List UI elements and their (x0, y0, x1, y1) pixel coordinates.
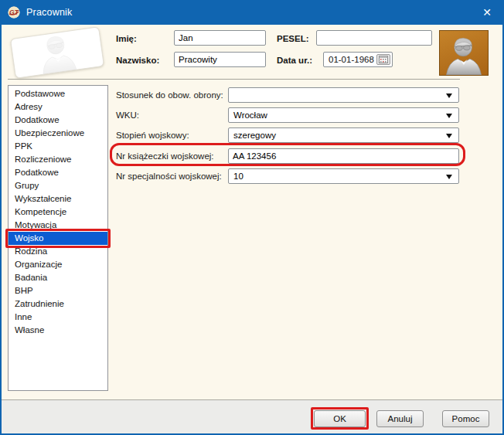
close-icon[interactable]: ✕ (476, 4, 498, 21)
military-book-input[interactable] (228, 148, 459, 164)
defense-status-dropdown[interactable] (228, 87, 459, 103)
employee-dialog: GT Pracownik ✕ Imię: Nazwisko: PESEL: Da… (0, 0, 504, 435)
birth-date-label: Data ur.: (277, 56, 312, 65)
military-rank-dropdown[interactable]: szeregowy (228, 127, 459, 143)
chevron-down-icon (446, 114, 452, 118)
help-button[interactable]: Pomoc (442, 410, 489, 427)
sidebar-item-własne[interactable]: Własne (9, 324, 107, 337)
window-title: Pracownik (26, 7, 72, 18)
titlebar[interactable]: GT Pracownik ✕ (0, 0, 504, 25)
sidebar-item-podatkowe[interactable]: Podatkowe (9, 166, 107, 179)
calendar-icon[interactable] (376, 54, 390, 65)
sidebar-item-bhp[interactable]: BHP (9, 284, 107, 297)
sidebar-item-wojsko[interactable]: Wojsko (9, 232, 107, 245)
military-book-label: Nr książeczki wojskowej: (116, 151, 214, 161)
sidebar-item-adresy[interactable]: Adresy (9, 100, 107, 114)
sidebar-item-ppk[interactable]: PPK (9, 140, 107, 153)
pesel-input[interactable] (316, 30, 432, 46)
sidebar-item-dodatkowe[interactable]: Dodatkowe (9, 114, 107, 127)
ok-button[interactable]: OK (314, 410, 366, 427)
pesel-label: PESEL: (277, 34, 309, 43)
cancel-button[interactable]: Anuluj (376, 410, 424, 427)
sidebar-item-kompetencje[interactable]: Kompetencje (9, 206, 107, 219)
sidebar-item-wykształcenie[interactable]: Wykształcenie (9, 192, 107, 206)
wku-value: Wrocław (233, 110, 267, 121)
employee-photo (439, 30, 489, 76)
birth-date-value: 01-01-1968 (329, 54, 374, 66)
sidebar-item-rozliczeniowe[interactable]: Rozliczeniowe (9, 153, 107, 166)
header-separator (8, 79, 460, 80)
sidebar-item-podstawowe[interactable]: Podstawowe (9, 87, 107, 100)
chevron-down-icon (446, 175, 452, 179)
footer-bar (2, 399, 502, 433)
sidebar-item-grupy[interactable]: Grupy (9, 179, 107, 192)
defense-status-label: Stosunek do obow. obrony: (116, 90, 223, 100)
sidebar-list: PodstawoweAdresyDodatkoweUbezpieczeniowe… (8, 85, 108, 391)
military-specialty-value: 10 (233, 171, 243, 182)
sidebar-item-motywacja[interactable]: Motywacja (9, 219, 107, 232)
military-specialty-dropdown[interactable]: 10 (228, 168, 459, 184)
chevron-down-icon (446, 93, 452, 98)
wku-dropdown[interactable]: Wrocław (228, 107, 459, 123)
sidebar-item-badania[interactable]: Badania (9, 271, 107, 284)
first-name-input[interactable] (174, 30, 266, 46)
last-name-label: Nazwisko: (116, 56, 159, 65)
sidebar-item-inne[interactable]: Inne (9, 311, 107, 324)
sidebar-item-zatrudnienie[interactable]: Zatrudnienie (9, 297, 107, 311)
birth-date-input[interactable]: 01-01-1968 (323, 52, 393, 67)
first-name-label: Imię: (116, 34, 137, 43)
svg-text:GT: GT (9, 8, 19, 16)
sidebar-item-ubezpieczeniowe[interactable]: Ubezpieczeniowe (9, 127, 107, 140)
app-logo-icon: GT (8, 6, 20, 19)
last-name-input[interactable] (174, 52, 266, 67)
military-rank-value: szeregowy (233, 130, 276, 141)
chevron-down-icon (446, 134, 452, 138)
sidebar-item-organizacje[interactable]: Organizacje (9, 258, 107, 271)
wku-label: WKU: (116, 110, 139, 120)
military-rank-label: Stopień wojskowy: (116, 131, 189, 140)
sidebar-item-rodzina[interactable]: Rodzina (9, 245, 107, 258)
military-specialty-label: Nr specjalności wojskowej: (116, 172, 222, 181)
